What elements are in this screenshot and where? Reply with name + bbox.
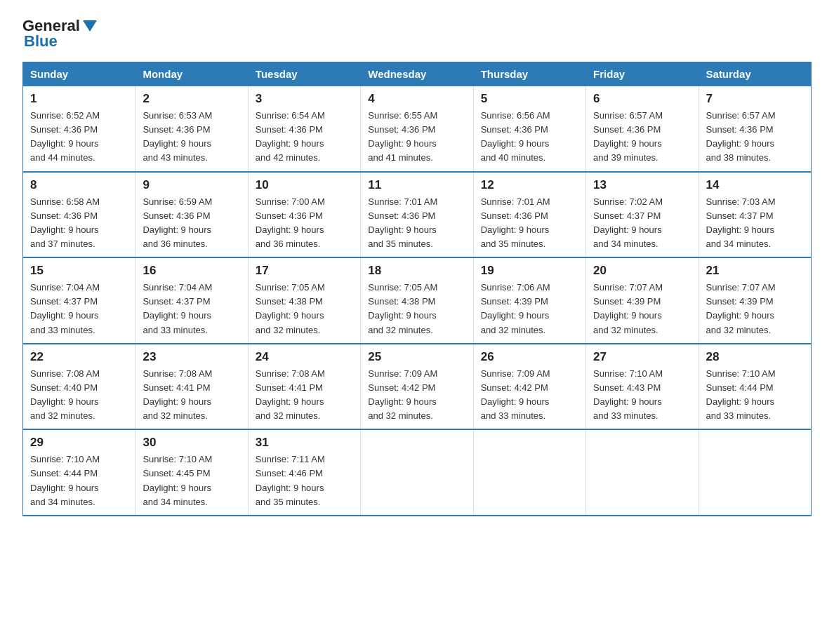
day-number: 22 xyxy=(30,350,128,364)
calendar-cell xyxy=(699,429,811,516)
calendar-cell: 9Sunrise: 6:59 AMSunset: 4:36 PMDaylight… xyxy=(135,172,248,258)
col-sunday: Sunday xyxy=(23,62,135,86)
day-number: 24 xyxy=(256,350,353,364)
calendar-cell: 2Sunrise: 6:53 AMSunset: 4:36 PMDaylight… xyxy=(135,86,248,172)
day-info: Sunrise: 6:53 AMSunset: 4:36 PMDaylight:… xyxy=(143,109,240,166)
calendar-cell: 15Sunrise: 7:04 AMSunset: 4:37 PMDayligh… xyxy=(23,257,135,344)
calendar-cell: 12Sunrise: 7:01 AMSunset: 4:36 PMDayligh… xyxy=(473,172,585,258)
day-info: Sunrise: 7:05 AMSunset: 4:38 PMDaylight:… xyxy=(256,281,353,337)
calendar-body: 1Sunrise: 6:52 AMSunset: 4:36 PMDaylight… xyxy=(23,86,812,516)
day-number: 7 xyxy=(706,92,804,106)
day-info: Sunrise: 7:00 AMSunset: 4:36 PMDaylight:… xyxy=(256,195,353,252)
day-number: 25 xyxy=(368,350,465,364)
logo: General Blue xyxy=(22,17,97,51)
day-info: Sunrise: 7:06 AMSunset: 4:39 PMDaylight:… xyxy=(481,281,578,337)
day-number: 4 xyxy=(368,92,465,106)
calendar-cell xyxy=(586,429,699,516)
calendar-week-row: 8Sunrise: 6:58 AMSunset: 4:36 PMDaylight… xyxy=(23,172,812,258)
calendar-cell: 3Sunrise: 6:54 AMSunset: 4:36 PMDaylight… xyxy=(248,86,360,172)
calendar-cell: 7Sunrise: 6:57 AMSunset: 4:36 PMDaylight… xyxy=(699,86,811,172)
calendar-cell: 20Sunrise: 7:07 AMSunset: 4:39 PMDayligh… xyxy=(586,257,699,344)
header-row: Sunday Monday Tuesday Wednesday Thursday… xyxy=(23,62,812,86)
page-header: General Blue xyxy=(22,17,812,51)
day-number: 30 xyxy=(143,436,240,450)
day-number: 29 xyxy=(30,436,128,450)
logo-triangle-icon xyxy=(83,20,97,32)
day-number: 1 xyxy=(30,92,128,106)
calendar-cell xyxy=(361,429,473,516)
day-number: 23 xyxy=(143,350,240,364)
day-info: Sunrise: 7:07 AMSunset: 4:39 PMDaylight:… xyxy=(593,281,691,337)
calendar-cell: 4Sunrise: 6:55 AMSunset: 4:36 PMDaylight… xyxy=(361,86,473,172)
col-saturday: Saturday xyxy=(699,62,811,86)
calendar-cell: 6Sunrise: 6:57 AMSunset: 4:36 PMDaylight… xyxy=(586,86,699,172)
calendar-cell xyxy=(473,429,585,516)
calendar-cell: 30Sunrise: 7:10 AMSunset: 4:45 PMDayligh… xyxy=(135,429,248,516)
day-info: Sunrise: 7:09 AMSunset: 4:42 PMDaylight:… xyxy=(368,367,465,424)
day-info: Sunrise: 7:08 AMSunset: 4:40 PMDaylight:… xyxy=(30,367,128,424)
day-number: 19 xyxy=(481,264,578,278)
calendar-cell: 29Sunrise: 7:10 AMSunset: 4:44 PMDayligh… xyxy=(23,429,135,516)
day-number: 9 xyxy=(143,178,240,192)
day-info: Sunrise: 7:03 AMSunset: 4:37 PMDaylight:… xyxy=(706,195,804,252)
day-number: 13 xyxy=(593,178,691,192)
calendar-cell: 10Sunrise: 7:00 AMSunset: 4:36 PMDayligh… xyxy=(248,172,360,258)
day-info: Sunrise: 7:01 AMSunset: 4:36 PMDaylight:… xyxy=(368,195,465,252)
calendar-cell: 19Sunrise: 7:06 AMSunset: 4:39 PMDayligh… xyxy=(473,257,585,344)
day-info: Sunrise: 6:58 AMSunset: 4:36 PMDaylight:… xyxy=(30,195,128,252)
day-number: 18 xyxy=(368,264,465,278)
day-number: 17 xyxy=(256,264,353,278)
day-number: 12 xyxy=(481,178,578,192)
col-tuesday: Tuesday xyxy=(248,62,360,86)
calendar-cell: 28Sunrise: 7:10 AMSunset: 4:44 PMDayligh… xyxy=(699,344,811,430)
day-info: Sunrise: 7:05 AMSunset: 4:38 PMDaylight:… xyxy=(368,281,465,337)
day-number: 26 xyxy=(481,350,578,364)
day-number: 21 xyxy=(706,264,804,278)
day-info: Sunrise: 6:52 AMSunset: 4:36 PMDaylight:… xyxy=(30,109,128,166)
calendar-cell: 25Sunrise: 7:09 AMSunset: 4:42 PMDayligh… xyxy=(361,344,473,430)
calendar-cell: 18Sunrise: 7:05 AMSunset: 4:38 PMDayligh… xyxy=(361,257,473,344)
day-info: Sunrise: 6:54 AMSunset: 4:36 PMDaylight:… xyxy=(256,109,353,166)
day-info: Sunrise: 7:10 AMSunset: 4:44 PMDaylight:… xyxy=(30,452,128,509)
logo-blue: Blue xyxy=(22,32,58,51)
day-info: Sunrise: 6:57 AMSunset: 4:36 PMDaylight:… xyxy=(593,109,691,166)
calendar-cell: 14Sunrise: 7:03 AMSunset: 4:37 PMDayligh… xyxy=(699,172,811,258)
day-info: Sunrise: 6:55 AMSunset: 4:36 PMDaylight:… xyxy=(368,109,465,166)
col-friday: Friday xyxy=(586,62,699,86)
day-number: 10 xyxy=(256,178,353,192)
day-number: 20 xyxy=(593,264,691,278)
day-info: Sunrise: 7:01 AMSunset: 4:36 PMDaylight:… xyxy=(481,195,578,252)
day-info: Sunrise: 7:04 AMSunset: 4:37 PMDaylight:… xyxy=(30,281,128,337)
day-number: 31 xyxy=(256,436,353,450)
col-wednesday: Wednesday xyxy=(361,62,473,86)
day-number: 16 xyxy=(143,264,240,278)
calendar-cell: 24Sunrise: 7:08 AMSunset: 4:41 PMDayligh… xyxy=(248,344,360,430)
calendar-cell: 22Sunrise: 7:08 AMSunset: 4:40 PMDayligh… xyxy=(23,344,135,430)
day-info: Sunrise: 7:08 AMSunset: 4:41 PMDaylight:… xyxy=(143,367,240,424)
calendar-week-row: 15Sunrise: 7:04 AMSunset: 4:37 PMDayligh… xyxy=(23,257,812,344)
calendar-cell: 16Sunrise: 7:04 AMSunset: 4:37 PMDayligh… xyxy=(135,257,248,344)
calendar-header: Sunday Monday Tuesday Wednesday Thursday… xyxy=(23,62,812,86)
day-number: 28 xyxy=(706,350,804,364)
calendar-cell: 27Sunrise: 7:10 AMSunset: 4:43 PMDayligh… xyxy=(586,344,699,430)
day-number: 11 xyxy=(368,178,465,192)
calendar-cell: 31Sunrise: 7:11 AMSunset: 4:46 PMDayligh… xyxy=(248,429,360,516)
day-info: Sunrise: 7:11 AMSunset: 4:46 PMDaylight:… xyxy=(256,452,353,509)
calendar-cell: 13Sunrise: 7:02 AMSunset: 4:37 PMDayligh… xyxy=(586,172,699,258)
calendar-cell: 21Sunrise: 7:07 AMSunset: 4:39 PMDayligh… xyxy=(699,257,811,344)
calendar-week-row: 1Sunrise: 6:52 AMSunset: 4:36 PMDaylight… xyxy=(23,86,812,172)
day-number: 2 xyxy=(143,92,240,106)
day-info: Sunrise: 7:10 AMSunset: 4:45 PMDaylight:… xyxy=(143,452,240,509)
day-number: 6 xyxy=(593,92,691,106)
day-number: 5 xyxy=(481,92,578,106)
calendar-cell: 8Sunrise: 6:58 AMSunset: 4:36 PMDaylight… xyxy=(23,172,135,258)
day-number: 15 xyxy=(30,264,128,278)
calendar-cell: 11Sunrise: 7:01 AMSunset: 4:36 PMDayligh… xyxy=(361,172,473,258)
calendar-cell: 17Sunrise: 7:05 AMSunset: 4:38 PMDayligh… xyxy=(248,257,360,344)
col-thursday: Thursday xyxy=(473,62,585,86)
day-number: 3 xyxy=(256,92,353,106)
day-info: Sunrise: 7:10 AMSunset: 4:43 PMDaylight:… xyxy=(593,367,691,424)
calendar-week-row: 22Sunrise: 7:08 AMSunset: 4:40 PMDayligh… xyxy=(23,344,812,430)
calendar-cell: 23Sunrise: 7:08 AMSunset: 4:41 PMDayligh… xyxy=(135,344,248,430)
day-number: 14 xyxy=(706,178,804,192)
